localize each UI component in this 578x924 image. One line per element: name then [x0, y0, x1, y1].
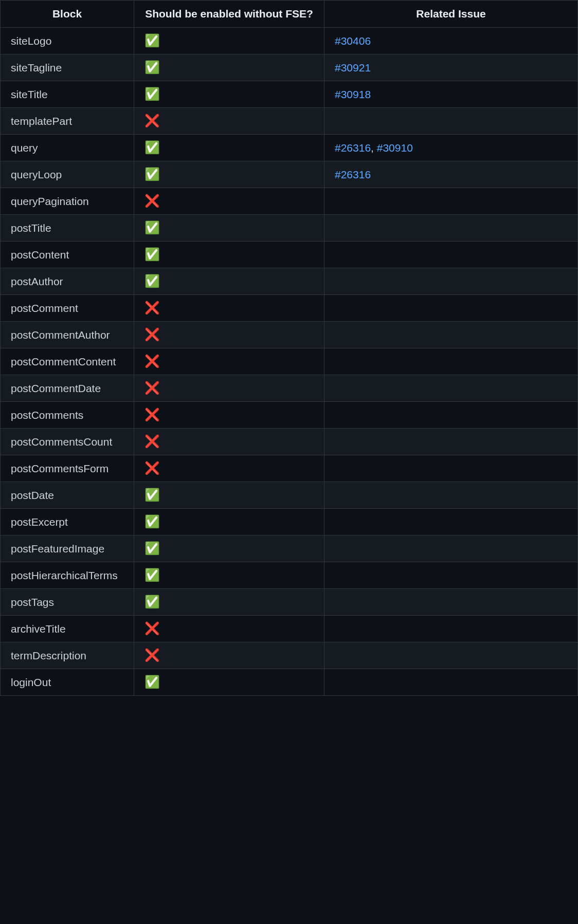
related-issue-cell: #26316, #30910	[324, 135, 578, 161]
issue-link[interactable]: #26316	[335, 169, 371, 180]
enabled-cell: ✅	[134, 161, 324, 188]
related-issue-cell	[324, 482, 578, 509]
related-issue-cell	[324, 669, 578, 696]
table-row: postHierarchicalTerms✅	[1, 562, 578, 589]
enabled-cell: ❌	[134, 429, 324, 455]
block-name-cell: templatePart	[1, 108, 134, 135]
cross-icon: ❌	[144, 114, 160, 127]
related-issue-cell	[324, 322, 578, 348]
issue-link[interactable]: #30921	[335, 62, 371, 73]
block-name-cell: postTags	[1, 589, 134, 616]
block-name-cell: postTitle	[1, 215, 134, 242]
related-issue-cell: #30406	[324, 28, 578, 54]
cross-icon: ❌	[144, 461, 160, 475]
block-name-cell: postComments	[1, 402, 134, 429]
enabled-cell: ❌	[134, 188, 324, 215]
related-issue-cell	[324, 375, 578, 402]
related-issue-cell	[324, 188, 578, 215]
block-name-cell: loginOut	[1, 669, 134, 696]
check-icon: ✅	[144, 541, 160, 555]
check-icon: ✅	[144, 33, 160, 47]
cross-icon: ❌	[144, 354, 160, 368]
cross-icon: ❌	[144, 408, 160, 421]
cross-icon: ❌	[144, 648, 160, 662]
related-issue-cell: #30918	[324, 81, 578, 108]
related-issue-cell	[324, 215, 578, 242]
enabled-cell: ✅	[134, 28, 324, 54]
issue-link[interactable]: #30406	[335, 35, 371, 47]
block-name-cell: postCommentAuthor	[1, 322, 134, 348]
related-issue-cell	[324, 509, 578, 535]
header-issue: Related Issue	[324, 1, 578, 28]
related-issue-cell	[324, 268, 578, 295]
enabled-cell: ✅	[134, 562, 324, 589]
block-name-cell: postCommentContent	[1, 348, 134, 375]
block-name-cell: postDate	[1, 482, 134, 509]
table-row: postCommentAuthor❌	[1, 322, 578, 348]
enabled-cell: ✅	[134, 215, 324, 242]
table-row: termDescription❌	[1, 642, 578, 669]
check-icon: ✅	[144, 140, 160, 154]
related-issue-cell	[324, 589, 578, 616]
table-row: siteLogo✅#30406	[1, 28, 578, 54]
related-issue-cell	[324, 402, 578, 429]
cross-icon: ❌	[144, 301, 160, 315]
enabled-cell: ❌	[134, 348, 324, 375]
issue-link[interactable]: #30910	[377, 142, 413, 154]
block-name-cell: postComment	[1, 295, 134, 322]
block-name-cell: queryLoop	[1, 161, 134, 188]
issue-link[interactable]: #30918	[335, 88, 371, 100]
related-issue-cell	[324, 295, 578, 322]
block-name-cell: queryPagination	[1, 188, 134, 215]
cross-icon: ❌	[144, 621, 160, 635]
enabled-cell: ✅	[134, 482, 324, 509]
table-row: postComments❌	[1, 402, 578, 429]
block-name-cell: siteTagline	[1, 54, 134, 81]
block-name-cell: postCommentsForm	[1, 455, 134, 482]
enabled-cell: ❌	[134, 642, 324, 669]
related-issue-cell	[324, 455, 578, 482]
enabled-cell: ❌	[134, 375, 324, 402]
check-icon: ✅	[144, 220, 160, 234]
table-row: postAuthor✅	[1, 268, 578, 295]
table-row: postFeaturedImage✅	[1, 535, 578, 562]
check-icon: ✅	[144, 87, 160, 101]
check-icon: ✅	[144, 675, 160, 689]
check-icon: ✅	[144, 514, 160, 528]
table-row: postContent✅	[1, 242, 578, 268]
related-issue-cell	[324, 642, 578, 669]
block-name-cell: postCommentDate	[1, 375, 134, 402]
check-icon: ✅	[144, 274, 160, 288]
block-name-cell: postAuthor	[1, 268, 134, 295]
check-icon: ✅	[144, 488, 160, 502]
cross-icon: ❌	[144, 434, 160, 448]
related-issue-cell	[324, 348, 578, 375]
table-row: postCommentDate❌	[1, 375, 578, 402]
enabled-cell: ❌	[134, 108, 324, 135]
block-name-cell: postFeaturedImage	[1, 535, 134, 562]
table-row: queryPagination❌	[1, 188, 578, 215]
separator: ,	[371, 142, 377, 154]
related-issue-cell: #26316	[324, 161, 578, 188]
table-header-row: Block Should be enabled without FSE? Rel…	[1, 1, 578, 28]
table-row: postCommentContent❌	[1, 348, 578, 375]
issue-link[interactable]: #26316	[335, 142, 371, 154]
check-icon: ✅	[144, 247, 160, 261]
enabled-cell: ✅	[134, 135, 324, 161]
block-name-cell: postCommentsCount	[1, 429, 134, 455]
check-icon: ✅	[144, 568, 160, 582]
check-icon: ✅	[144, 167, 160, 181]
enabled-cell: ❌	[134, 616, 324, 642]
enabled-cell: ✅	[134, 54, 324, 81]
enabled-cell: ✅	[134, 589, 324, 616]
table-row: loginOut✅	[1, 669, 578, 696]
table-row: queryLoop✅#26316	[1, 161, 578, 188]
blocks-fse-table: Block Should be enabled without FSE? Rel…	[0, 0, 578, 696]
related-issue-cell	[324, 562, 578, 589]
related-issue-cell	[324, 429, 578, 455]
related-issue-cell	[324, 535, 578, 562]
cross-icon: ❌	[144, 327, 160, 341]
enabled-cell: ❌	[134, 322, 324, 348]
related-issue-cell	[324, 108, 578, 135]
check-icon: ✅	[144, 595, 160, 608]
